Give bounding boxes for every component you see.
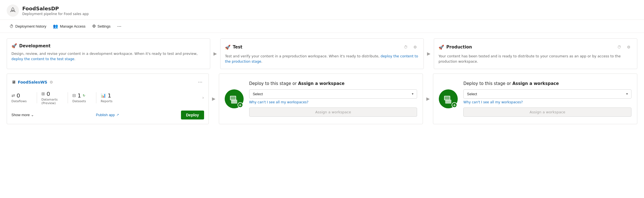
panels-row: 🖥 FoodSalesWS ⚙ ⋯ ⇄ 0 Dataflows <box>7 74 637 124</box>
production-assign-content: Deploy to this stage or Assign a workspa… <box>463 81 631 117</box>
metric-divider-1 <box>37 92 37 103</box>
workspace-name-area: 🖥 FoodSalesWS ⚙ <box>11 80 53 85</box>
reports-label: Reports <box>101 99 112 103</box>
production-stage-title: 🚀 Production <box>439 45 472 50</box>
production-assign-panel: + Deploy to this stage or Assign a works… <box>433 74 637 124</box>
reports-metric: 📊 1 Reports <box>101 92 118 103</box>
production-assign-icon: + <box>439 89 458 108</box>
arrow-test-to-prod: ▶ <box>424 38 434 69</box>
datasets-metric: ⊟ 1 ↻ Datasets <box>72 92 92 103</box>
datamarts-metric: ⊞ 0 Datamarts (Preview) <box>41 91 63 105</box>
development-stage-header: 🚀 Development <box>11 43 205 48</box>
app-header: FoodSalesDP Deployment pipeline for Food… <box>0 0 644 20</box>
settings-button[interactable]: ⚙ Settings <box>89 22 113 30</box>
development-stage-title: 🚀 Development <box>11 43 50 48</box>
production-select-placeholder: Select <box>467 92 477 96</box>
dataflows-icon: ⇄ <box>11 93 15 98</box>
production-stage-desc: Your content has been tested and is read… <box>439 54 633 64</box>
test-why-link[interactable]: Why can't I see all my workspaces? <box>249 100 417 104</box>
datasets-refresh-icon: ↻ <box>83 94 85 97</box>
show-more-button[interactable]: Show more ⌄ <box>11 112 34 118</box>
deploy-label: Deploy <box>186 113 199 117</box>
workspace-settings-icon[interactable]: ⚙ <box>50 80 53 84</box>
svg-rect-3 <box>231 96 236 100</box>
workspace-more-button[interactable]: ⋯ <box>196 78 204 86</box>
production-stage-pipeline-icon: 🚀 <box>439 45 444 50</box>
test-stage-header: 🚀 Test ⏱ ⚙ <box>225 43 419 51</box>
stages-row: 🚀 Development Design, review, and revise… <box>7 38 637 69</box>
metric-divider-3 <box>96 92 96 103</box>
manage-access-label: Manage Access <box>60 24 85 28</box>
publish-app-button[interactable]: Publish app ↗ <box>94 112 121 118</box>
test-stage-desc: Test and verify your content in a prepro… <box>225 54 419 64</box>
production-workspace-select[interactable]: Select ▾ <box>463 89 631 99</box>
production-assign-title: Deploy to this stage or Assign a workspa… <box>463 81 631 86</box>
test-history-icon[interactable]: ⏱ <box>402 43 410 51</box>
app-subtitle: Deployment pipeline for Food sales app <box>22 12 89 16</box>
svg-point-0 <box>12 10 13 11</box>
svg-rect-2 <box>231 100 237 104</box>
deployment-history-button[interactable]: ⏱ Deployment history <box>7 22 49 30</box>
metrics-row: ⇄ 0 Dataflows ⊞ 0 Datamarts (Preview) <box>11 91 204 105</box>
test-assign-title: Deploy to this stage or Assign a workspa… <box>249 81 417 86</box>
test-assign-content: Deploy to this stage or Assign a workspa… <box>249 81 417 117</box>
datasets-icon: ⊟ <box>72 93 76 98</box>
production-stage-actions: ⏱ ⚙ <box>615 43 633 51</box>
show-more-label: Show more <box>11 113 30 117</box>
svg-rect-5 <box>445 100 451 104</box>
development-stage-desc: Design, review, and revise your content … <box>11 51 205 62</box>
production-dropdown-chevron: ▾ <box>626 92 628 96</box>
publish-app-label: Publish app <box>96 113 115 117</box>
arrow-dev-to-test: ▶ <box>210 38 220 69</box>
history-icon: ⏱ <box>9 24 14 29</box>
app-icon-container <box>7 4 19 17</box>
test-assign-panel: + Deploy to this stage or Assign a works… <box>219 74 423 124</box>
reports-icon: 📊 <box>101 93 106 98</box>
svg-rect-6 <box>445 96 450 100</box>
development-stage-card: 🚀 Development Design, review, and revise… <box>7 38 210 69</box>
test-settings-icon[interactable]: ⚙ <box>411 43 419 51</box>
test-workspace-select[interactable]: Select ▾ <box>249 89 417 99</box>
test-stage-actions: ⏱ ⚙ <box>402 43 419 51</box>
metrics-expand-arrow[interactable]: › <box>202 95 204 100</box>
arrow-test-to-prod-panel: ▶ <box>423 74 433 124</box>
deploy-test-link[interactable]: deploy the content to the test stage <box>11 57 74 61</box>
deployment-history-label: Deployment history <box>15 24 46 28</box>
test-stage-title: 🚀 Test <box>225 45 243 50</box>
production-why-link[interactable]: Why can't I see all my workspaces? <box>463 100 631 104</box>
datamarts-value: 0 <box>46 91 50 97</box>
dev-panel-header: 🖥 FoodSalesWS ⚙ ⋯ <box>11 78 204 86</box>
more-options-button[interactable]: ··· <box>114 22 124 30</box>
chevron-down-icon: ⌄ <box>31 113 34 117</box>
test-select-placeholder: Select <box>253 92 263 96</box>
stage-pipeline-icon: 🚀 <box>11 43 17 48</box>
test-stage-pipeline-icon: 🚀 <box>225 45 231 50</box>
datamarts-label: Datamarts (Preview) <box>41 98 58 105</box>
manage-access-button[interactable]: 👥 Manage Access <box>50 22 88 30</box>
dev-panel-footer: Show more ⌄ Publish app ↗ Deploy <box>11 111 204 119</box>
rocket-icon <box>9 7 16 14</box>
workspace-name-label[interactable]: FoodSalesWS <box>18 80 47 84</box>
metric-divider-2 <box>68 92 68 103</box>
arrow-dev-panel-to-test: ▶ <box>209 74 219 124</box>
dataflows-label: Dataflows <box>11 99 27 103</box>
production-history-icon[interactable]: ⏱ <box>615 43 623 51</box>
plus-badge-production: + <box>452 102 457 108</box>
production-assign-icon-circle: + <box>439 89 458 108</box>
plus-badge-test: + <box>237 102 243 108</box>
deploy-production-link[interactable]: deploy the content to the production sta… <box>225 54 418 63</box>
deploy-button[interactable]: Deploy <box>181 111 204 119</box>
dev-workspace-panel: 🖥 FoodSalesWS ⚙ ⋯ ⇄ 0 Dataflows <box>7 74 209 124</box>
production-settings-icon[interactable]: ⚙ <box>625 43 633 51</box>
workspace-icon: 🖥 <box>11 80 16 85</box>
ellipsis-icon: ··· <box>117 23 121 29</box>
app-title: FoodSalesDP <box>22 6 89 11</box>
people-icon: 👥 <box>53 24 58 29</box>
test-assign-icon: + <box>225 89 244 108</box>
production-assign-workspace-button: Assign a workspace <box>463 107 631 117</box>
settings-label: Settings <box>97 24 111 28</box>
test-stage-card: 🚀 Test ⏱ ⚙ Test and verify your content … <box>220 38 424 69</box>
gear-icon: ⚙ <box>92 24 96 29</box>
main-content: 🚀 Development Design, review, and revise… <box>0 33 644 130</box>
app-title-area: FoodSalesDP Deployment pipeline for Food… <box>22 6 89 16</box>
